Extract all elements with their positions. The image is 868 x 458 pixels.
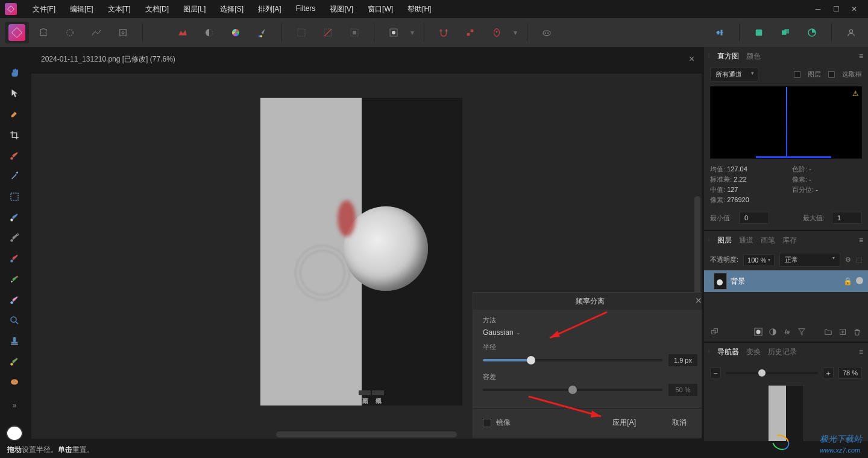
radius-slider[interactable] — [483, 359, 662, 361]
tolerance-value[interactable]: 50 % — [668, 384, 697, 396]
sponge-tool[interactable] — [5, 374, 24, 390]
quickmask-dropdown[interactable]: ▾ — [408, 22, 417, 43]
zoom-out-button[interactable]: − — [710, 367, 721, 378]
zoom-tool[interactable] — [5, 313, 24, 328]
snapping-button[interactable] — [432, 22, 456, 43]
tab-channels[interactable]: 通道 — [739, 235, 753, 246]
erase-tool[interactable] — [5, 209, 24, 225]
apply-button[interactable]: 应用[A] — [602, 415, 647, 431]
brush-tool[interactable] — [5, 148, 24, 164]
layer-visibility-icon[interactable] — [856, 277, 863, 284]
warning-icon[interactable]: ⚠ — [852, 89, 859, 98]
radius-value[interactable]: 1.9 px — [668, 354, 697, 366]
tab-color[interactable]: 颜色 — [746, 51, 761, 62]
cancel-button[interactable]: 取消 — [661, 415, 697, 431]
minimize-button[interactable]: ─ — [814, 5, 822, 13]
adjustment-icon[interactable] — [768, 327, 778, 337]
crop-tool[interactable] — [5, 127, 24, 142]
delete-layer-icon[interactable] — [852, 327, 862, 337]
persona-develop-button[interactable] — [58, 22, 82, 43]
persona-photo-button[interactable] — [5, 22, 29, 43]
stock-button[interactable] — [535, 22, 559, 43]
assistant-button[interactable] — [485, 22, 509, 43]
zoom-in-button[interactable]: + — [823, 367, 834, 378]
method-dropdown[interactable]: Gaussian⌄ — [483, 327, 521, 338]
layer-name[interactable]: 背景 — [731, 276, 840, 287]
auto-whitebalance-button[interactable] — [250, 22, 274, 43]
panel-menu-button[interactable]: ≡ — [859, 236, 863, 244]
lock-icon[interactable]: ⬚ — [856, 256, 862, 264]
zoom-slider[interactable] — [726, 372, 818, 374]
layer-checkbox[interactable] — [794, 71, 800, 78]
marquee-tool[interactable] — [5, 189, 24, 205]
zoom-value[interactable]: 78 % — [838, 367, 862, 379]
fx-icon[interactable]: fx — [782, 327, 792, 337]
menu-file[interactable]: 文件[F] — [27, 2, 61, 17]
min-value-input[interactable]: 0 — [739, 212, 769, 224]
auto-levels-button[interactable] — [171, 22, 195, 43]
selection-all-button[interactable] — [289, 22, 313, 43]
menu-help[interactable]: 帮助[H] — [401, 2, 437, 17]
panel-menu-button[interactable]: ≡ — [859, 52, 863, 60]
menu-text[interactable]: 文本[T] — [102, 2, 137, 17]
menu-edit[interactable]: 编辑[E] — [64, 2, 99, 17]
quickmask-button[interactable] — [382, 22, 406, 43]
menu-arrange[interactable]: 排列[A] — [252, 2, 288, 17]
live-filter-icon[interactable] — [797, 327, 807, 337]
smudge-tool[interactable] — [5, 292, 24, 308]
color-picker-tool[interactable] — [5, 106, 24, 122]
document-tab[interactable]: 2024-01-11_131210.png [已修改] (77.6%) — [34, 51, 183, 68]
stamp-tool[interactable] — [5, 333, 24, 349]
horizontal-scrollbar[interactable] — [276, 431, 457, 437]
assistant-dropdown[interactable]: ▾ — [511, 22, 520, 43]
gear-icon[interactable]: ⚙ — [845, 256, 851, 264]
tab-brushes[interactable]: 画笔 — [761, 235, 775, 246]
clone-tool[interactable] — [5, 230, 24, 246]
paint-tool[interactable] — [5, 354, 24, 369]
persona-export-button[interactable] — [111, 22, 135, 43]
max-value-input[interactable]: 1 — [832, 212, 862, 224]
menu-view[interactable]: 视图[V] — [324, 2, 359, 17]
tab-history[interactable]: 历史记录 — [768, 347, 797, 357]
add-layer-icon[interactable] — [838, 327, 848, 337]
canvas[interactable]: 高频率 低频率 频率分离 ✕ 方法 Gaussian⌄ 半径 — [31, 74, 702, 439]
group-icon[interactable] — [823, 327, 833, 337]
merge-icon[interactable] — [710, 327, 720, 337]
auto-contrast-button[interactable] — [197, 22, 221, 43]
inpainting-tool[interactable] — [5, 250, 24, 266]
menu-document[interactable]: 文档[D] — [139, 2, 175, 17]
channel-dropdown[interactable]: 所有通道 — [710, 68, 758, 81]
dialog-title-bar[interactable]: 频率分离 ✕ — [473, 293, 702, 310]
blend-mode-dropdown[interactable]: 正常▾ — [779, 253, 840, 267]
hand-tool[interactable] — [5, 65, 24, 81]
close-button[interactable]: ✕ — [850, 5, 858, 13]
dialog-close-button[interactable]: ✕ — [695, 296, 702, 305]
healing-tool[interactable] — [5, 272, 24, 287]
close-tab-button[interactable]: × — [684, 51, 699, 67]
tab-transform[interactable]: 变换 — [746, 347, 761, 357]
mask-icon[interactable] — [753, 327, 763, 337]
selection-invert-button[interactable] — [342, 22, 366, 43]
selection-checkbox[interactable] — [828, 71, 835, 78]
more-tools[interactable]: » — [5, 398, 24, 413]
move-tool[interactable] — [5, 86, 24, 101]
mirror-checkbox[interactable] — [483, 419, 491, 427]
menu-layer[interactable]: 图层[L] — [177, 2, 212, 17]
wand-tool[interactable] — [5, 168, 24, 184]
account-button[interactable] — [839, 22, 863, 43]
tab-layers[interactable]: 图层 — [717, 235, 732, 246]
layer-thumbnail[interactable] — [714, 273, 727, 290]
shape2-button[interactable] — [773, 22, 797, 43]
persona-liquify-button[interactable] — [31, 22, 55, 43]
selection-none-button[interactable] — [316, 22, 340, 43]
menu-window[interactable]: 窗口[W] — [362, 2, 399, 17]
opacity-input[interactable]: 100 %▾ — [743, 254, 775, 266]
layer-row-background[interactable]: ⦙⦙ 背景 🔒 — [704, 270, 868, 292]
tab-histogram[interactable]: 直方图 — [717, 51, 739, 62]
menu-filters[interactable]: Filters — [290, 2, 322, 17]
tolerance-slider[interactable] — [483, 389, 662, 391]
menu-select[interactable]: 选择[S] — [214, 2, 250, 17]
shape3-button[interactable] — [800, 22, 824, 43]
auto-colors-button[interactable] — [224, 22, 248, 43]
align-button[interactable] — [708, 22, 732, 43]
